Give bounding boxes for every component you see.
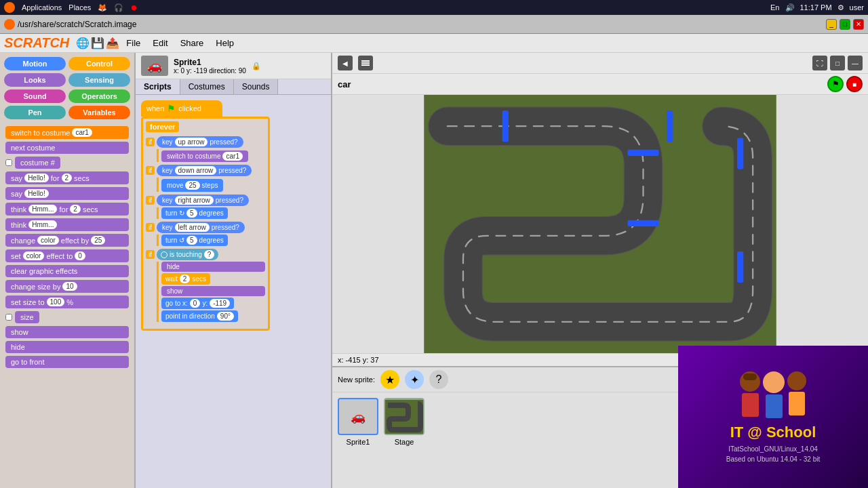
menu-edit[interactable]: Edit: [147, 36, 173, 50]
minimize-button[interactable]: _: [826, 19, 837, 30]
cb-key-down[interactable]: key down arrow pressed?: [157, 165, 252, 176]
topbar-apps[interactable]: Applications: [22, 3, 62, 12]
cb-goto-block[interactable]: go to x: 0 y: -119: [161, 298, 234, 309]
sprite-name: Sprite1: [174, 58, 246, 67]
new-sprite-file-button[interactable]: ?: [429, 370, 448, 389]
small-size-icon[interactable]: —: [848, 56, 863, 70]
block-set-color[interactable]: set color effect to 0: [5, 249, 129, 262]
category-sound[interactable]: Sound: [4, 89, 66, 103]
block-say-hello-secs[interactable]: say Hello! for 2 secs: [5, 171, 129, 184]
globe-icon[interactable]: 🌐: [76, 37, 90, 49]
topbar-settings-icon[interactable]: ⚙: [837, 3, 844, 12]
tab-sounds[interactable]: Sounds: [234, 79, 279, 94]
category-operators[interactable]: Operators: [68, 89, 130, 103]
scripts-content[interactable]: when ⚑ clicked forever if key up arrow p…: [136, 95, 331, 488]
maximize-button[interactable]: □: [840, 19, 850, 30]
new-sprite-label: New sprite:: [338, 375, 375, 384]
category-pen[interactable]: Pen: [4, 106, 66, 119]
block-size-label[interactable]: size: [15, 311, 39, 323]
topbar-headphones-icon: 🎧: [114, 3, 123, 12]
block-next-costume[interactable]: next costume: [5, 142, 129, 154]
stage-mini-svg: [385, 400, 423, 434]
block-change-color[interactable]: change color effect by 25: [5, 234, 129, 247]
topbar-time: 11:17 PM: [800, 3, 832, 12]
menu-file[interactable]: File: [121, 36, 146, 50]
cb-switch-costume[interactable]: switch to costume car1: [161, 150, 248, 162]
stage-title-bar: car ⚑ ■: [332, 74, 868, 95]
category-variables[interactable]: Variables: [68, 106, 130, 119]
stage-canvas: [332, 95, 868, 353]
block-think-hmm-secs[interactable]: think Hmm... for 2 secs: [5, 203, 129, 216]
svg-rect-3: [627, 150, 658, 156]
topbar-places[interactable]: Places: [68, 3, 91, 12]
sprite-item-sprite1[interactable]: 🚗 Sprite1: [338, 398, 378, 483]
svg-rect-2: [667, 110, 673, 142]
share-toolbar-icon[interactable]: 📤: [106, 37, 119, 49]
sprite-item-stage[interactable]: Stage: [384, 398, 425, 483]
block-change-size[interactable]: change size by 10: [5, 280, 129, 293]
cb-turn-left[interactable]: turn ↺ 5 degrees: [161, 235, 228, 246]
race-track-svg: [332, 95, 868, 353]
cb-wait-block[interactable]: wait 2 secs: [161, 273, 210, 285]
topbar-firefox-icon: 🦊: [98, 3, 107, 12]
category-sensing[interactable]: Sensing: [68, 73, 130, 87]
cb-move-steps[interactable]: move 25 steps: [161, 179, 223, 192]
block-show[interactable]: show: [5, 326, 129, 338]
stage-thumb: [384, 398, 425, 435]
topbar-right: En 🔊 11:17 PM ⚙ user: [770, 3, 864, 12]
cb-forever-label: forever: [146, 121, 179, 132]
nav-next-icon[interactable]: [358, 56, 373, 70]
cb-show-block[interactable]: show: [161, 286, 265, 296]
stage-header: ◀ ⛶ □ —: [332, 53, 868, 74]
char1-head: [740, 371, 760, 392]
cb-if-left-label: if: [146, 223, 155, 232]
block-hide[interactable]: hide: [5, 341, 129, 353]
menu-share[interactable]: Share: [175, 36, 210, 50]
cb-forever-wrap: forever if key up arrow pressed? switch …: [141, 117, 270, 331]
new-sprite-paint-button[interactable]: ★: [380, 370, 399, 389]
green-flag-button[interactable]: ⚑: [827, 76, 844, 92]
new-sprite-random-button[interactable]: ✦: [405, 370, 424, 389]
cb-if-right: if key right arrow pressed?: [146, 195, 265, 206]
cb-key-right[interactable]: key right arrow pressed?: [157, 195, 249, 206]
cb-color-touching[interactable]: is touching ?: [157, 249, 218, 260]
tab-costumes[interactable]: Costumes: [180, 79, 234, 94]
save-icon[interactable]: 💾: [91, 37, 104, 49]
block-go-front[interactable]: go to front: [5, 356, 129, 368]
coords-display: x: -415 y: 37: [338, 356, 379, 364]
close-button[interactable]: ✕: [853, 19, 864, 30]
tab-scripts[interactable]: Scripts: [136, 79, 180, 94]
scratch-logo: SCRATCH: [4, 35, 69, 51]
menu-help[interactable]: Help: [210, 36, 239, 50]
block-set-size[interactable]: set size to 100 %: [5, 296, 129, 308]
cb-turn-right[interactable]: turn ↻ 5 degrees: [161, 207, 228, 219]
category-control[interactable]: Control: [68, 57, 130, 70]
cb-key-up[interactable]: key up arrow pressed?: [157, 136, 243, 148]
cb-key-left[interactable]: key left arrow pressed?: [157, 222, 245, 233]
category-looks[interactable]: Looks: [4, 73, 66, 87]
size-checkbox[interactable]: [5, 314, 12, 321]
sprite-thumbnail: 🚗: [141, 56, 168, 76]
cb-point-block[interactable]: point in direction 90°: [161, 310, 238, 322]
fullscreen-icon[interactable]: ⛶: [812, 56, 827, 70]
char1-body: [742, 393, 759, 417]
topbar-en: En: [770, 3, 779, 12]
titlebar-controls: _ □ ✕: [826, 19, 864, 30]
costume-hash-checkbox[interactable]: [5, 159, 12, 166]
it-school-title: IT @ School: [730, 424, 816, 441]
block-switch-costume[interactable]: switch to costume car1: [5, 126, 129, 139]
nav-prev-icon[interactable]: ◀: [338, 56, 353, 70]
cb-when-flag[interactable]: when ⚑ clicked: [141, 100, 222, 117]
category-motion[interactable]: Motion: [4, 57, 66, 70]
it-school-overlay: IT @ School ITatSchool_GNU/Linux_14.04 B…: [678, 346, 868, 488]
normal-size-icon[interactable]: □: [830, 56, 845, 70]
cb-if-up-label: if: [146, 138, 155, 146]
char2-head: [763, 371, 785, 393]
block-costume-hash-label[interactable]: costume #: [15, 157, 60, 169]
stop-button[interactable]: ■: [846, 76, 863, 92]
block-think-hmm[interactable]: think Hmm...: [5, 218, 129, 231]
block-clear-effects[interactable]: clear graphic effects: [5, 265, 129, 277]
cb-hide-block[interactable]: hide: [161, 262, 265, 272]
char2-body: [766, 394, 783, 418]
block-say-hello[interactable]: say Hello!: [5, 187, 129, 200]
